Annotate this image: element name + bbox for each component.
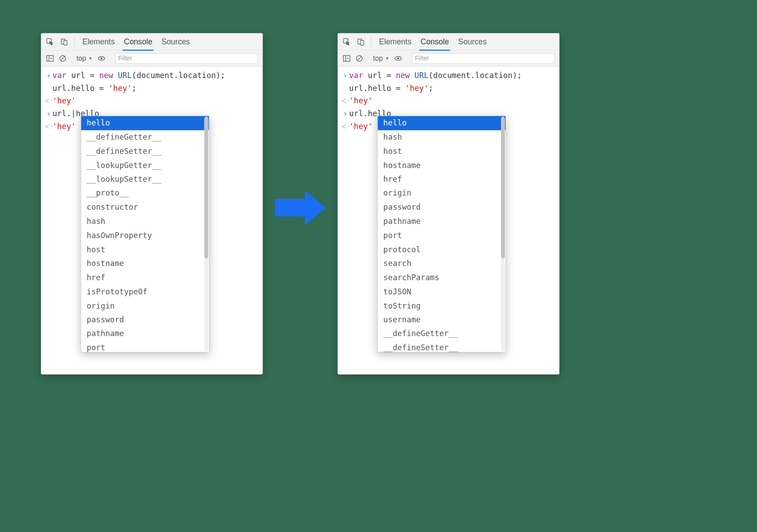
context-selector[interactable]: top ▼ xyxy=(76,54,92,62)
svg-rect-3 xyxy=(47,55,53,61)
context-selector[interactable]: top ▼ xyxy=(373,54,389,62)
autocomplete-item[interactable]: hasOwnProperty xyxy=(81,228,209,243)
autocomplete-item[interactable]: pathname xyxy=(378,215,505,229)
prompt-icon: › xyxy=(45,108,52,119)
eye-icon[interactable] xyxy=(98,55,105,62)
console-toolbar: top ▼ Filter xyxy=(338,51,559,67)
autocomplete-item[interactable]: port xyxy=(378,228,505,243)
console-body[interactable]: › var url = new URL(document.location); … xyxy=(41,66,263,374)
prompt-icon: › xyxy=(341,70,349,81)
console-body[interactable]: › var url = new URL(document.location); … xyxy=(338,66,559,374)
filter-input[interactable]: Filter xyxy=(115,53,257,63)
autocomplete-item[interactable]: protocol xyxy=(378,243,505,257)
return-icon: <· xyxy=(341,121,349,132)
code-line: var url = new URL(document.location); xyxy=(52,70,257,81)
separator xyxy=(75,37,75,47)
tabbar: Elements Console Sources xyxy=(41,33,263,50)
tabbar: Elements Console Sources xyxy=(338,33,559,50)
autocomplete-item[interactable]: href xyxy=(378,172,505,187)
autocomplete-item[interactable]: port xyxy=(81,341,209,352)
tab-elements[interactable]: Elements xyxy=(81,33,116,50)
autocomplete-item[interactable]: searchParams xyxy=(378,270,505,285)
sidebar-toggle-icon[interactable] xyxy=(46,55,54,62)
autocomplete-item[interactable]: __lookupGetter__ xyxy=(81,158,209,172)
inspect-icon[interactable] xyxy=(46,38,54,45)
console-toolbar: top ▼ Filter xyxy=(41,51,263,67)
autocomplete-item[interactable]: search xyxy=(378,257,505,271)
autocomplete-item[interactable]: __defineSetter__ xyxy=(81,144,209,158)
return-value: 'hey' xyxy=(52,95,257,106)
autocomplete-item[interactable]: hostname xyxy=(81,257,209,271)
autocomplete-popup[interactable]: hellohashhosthostnamehreforiginpasswordp… xyxy=(377,116,506,352)
return-icon: <· xyxy=(45,95,52,106)
autocomplete-item[interactable]: password xyxy=(81,313,209,327)
autocomplete-list: hello__defineGetter____defineSetter____l… xyxy=(81,116,209,352)
svg-point-9 xyxy=(100,57,102,59)
svg-line-7 xyxy=(61,56,65,60)
arrow-icon xyxy=(271,187,327,229)
svg-point-19 xyxy=(397,57,399,59)
autocomplete-item[interactable]: constructor xyxy=(81,200,209,215)
autocomplete-list: hellohashhosthostnamehreforiginpasswordp… xyxy=(378,116,505,352)
context-label: top xyxy=(373,54,383,62)
tab-console[interactable]: Console xyxy=(419,33,450,50)
svg-rect-13 xyxy=(343,55,350,61)
scrollbar[interactable] xyxy=(501,117,505,352)
autocomplete-item[interactable]: __proto__ xyxy=(81,186,209,200)
inspect-icon[interactable] xyxy=(343,38,351,45)
context-label: top xyxy=(76,54,86,62)
code-line: url.hello = 'hey'; xyxy=(52,83,257,94)
autocomplete-item[interactable]: __lookupSetter__ xyxy=(81,172,209,187)
autocomplete-item[interactable]: __defineSetter__ xyxy=(378,341,505,352)
autocomplete-item[interactable]: toJSON xyxy=(378,285,505,299)
separator xyxy=(371,37,371,47)
return-value: 'hey' xyxy=(349,95,554,106)
prompt-icon: › xyxy=(45,70,52,81)
devtools-panel-left: Elements Console Sources top ▼ Filter › … xyxy=(41,33,263,375)
autocomplete-item[interactable]: __defineGetter__ xyxy=(378,327,505,341)
eye-icon[interactable] xyxy=(394,55,402,62)
code-line: var url = new URL(document.location); xyxy=(349,70,554,81)
autocomplete-item[interactable]: hash xyxy=(378,130,505,145)
device-icon[interactable] xyxy=(60,38,68,45)
autocomplete-item[interactable]: origin xyxy=(378,186,505,200)
autocomplete-item[interactable]: href xyxy=(81,270,209,285)
autocomplete-item[interactable]: password xyxy=(378,200,505,215)
scrollbar[interactable] xyxy=(205,117,209,352)
clear-icon[interactable] xyxy=(59,55,67,62)
tab-console[interactable]: Console xyxy=(122,33,154,50)
autocomplete-item[interactable]: host xyxy=(81,243,209,257)
return-icon: <· xyxy=(341,95,349,106)
autocomplete-item[interactable]: origin xyxy=(81,299,209,313)
filter-input[interactable]: Filter xyxy=(412,53,554,63)
autocomplete-item[interactable]: pathname xyxy=(81,327,209,341)
filter-placeholder: Filter xyxy=(415,55,429,62)
autocomplete-item[interactable]: toString xyxy=(378,299,505,313)
filter-placeholder: Filter xyxy=(118,55,133,62)
device-icon[interactable] xyxy=(357,38,364,45)
tab-sources[interactable]: Sources xyxy=(457,33,488,50)
tab-sources[interactable]: Sources xyxy=(160,33,191,50)
autocomplete-item[interactable]: hello xyxy=(378,116,505,130)
chevron-down-icon: ▼ xyxy=(385,56,389,61)
autocomplete-item[interactable]: username xyxy=(378,313,505,327)
svg-marker-20 xyxy=(275,190,326,225)
code-line: url.hello = 'hey'; xyxy=(349,83,554,94)
autocomplete-item[interactable]: host xyxy=(378,144,505,158)
clear-icon[interactable] xyxy=(355,55,363,62)
autocomplete-item[interactable]: __defineGetter__ xyxy=(81,130,209,145)
autocomplete-popup[interactable]: hello__defineGetter____defineSetter____l… xyxy=(81,116,209,352)
devtools-panel-right: Elements Console Sources top ▼ Filter › … xyxy=(338,33,560,375)
sidebar-toggle-icon[interactable] xyxy=(343,55,351,62)
autocomplete-item[interactable]: hostname xyxy=(378,158,505,172)
svg-marker-5 xyxy=(51,57,52,59)
chevron-down-icon: ▼ xyxy=(88,56,92,61)
tab-elements[interactable]: Elements xyxy=(378,33,413,50)
autocomplete-item[interactable]: hello xyxy=(81,116,209,130)
svg-rect-12 xyxy=(360,40,363,45)
autocomplete-item[interactable]: hash xyxy=(81,215,209,229)
svg-marker-15 xyxy=(347,57,349,59)
prompt-icon: › xyxy=(341,108,349,119)
autocomplete-item[interactable]: isPrototypeOf xyxy=(81,285,209,299)
svg-rect-2 xyxy=(64,40,67,45)
